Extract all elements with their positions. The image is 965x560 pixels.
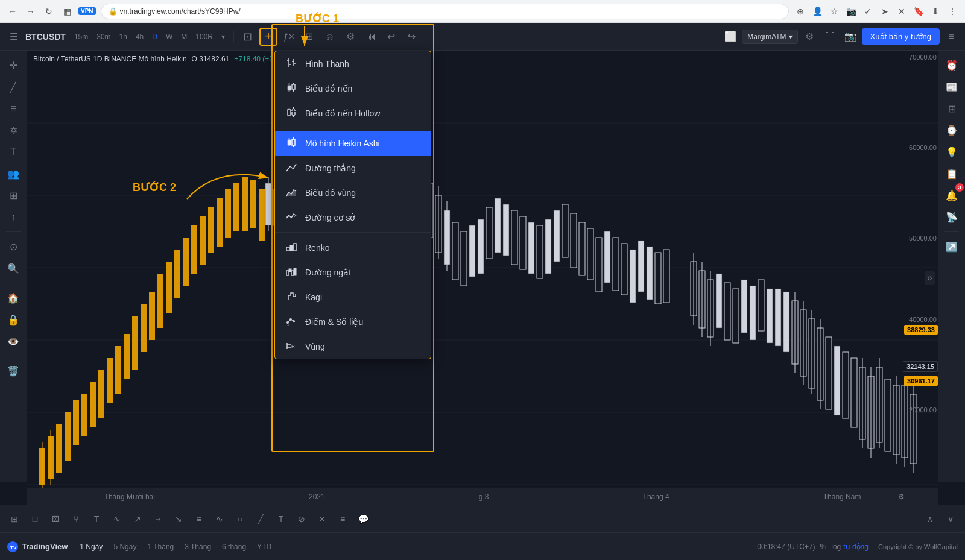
- measure-tool[interactable]: ⊞: [4, 186, 23, 205]
- clock-tool[interactable]: ⏰: [942, 55, 961, 75]
- fullscreen-button[interactable]: ⛶: [821, 28, 839, 46]
- channel-tool[interactable]: ≡: [4, 99, 23, 118]
- auto-chart-button[interactable]: ⚙: [341, 28, 359, 46]
- period-1day[interactable]: 1 Ngày: [75, 541, 107, 553]
- undo-button[interactable]: ↩: [382, 28, 400, 46]
- tf-30m[interactable]: 30m: [93, 31, 114, 43]
- tf-4h[interactable]: 4h: [132, 31, 147, 43]
- tf-dropdown[interactable]: ▾: [218, 31, 229, 43]
- settings-button[interactable]: ⚙: [800, 28, 818, 46]
- download-button[interactable]: ⬇: [929, 5, 942, 18]
- bt-group[interactable]: ⚄: [47, 511, 64, 527]
- bt-arrow-br[interactable]: ↘: [170, 511, 187, 527]
- star-button[interactable]: ☆: [827, 5, 841, 18]
- tf-M[interactable]: M: [177, 31, 191, 43]
- grid-right-tool[interactable]: ⊞: [942, 99, 961, 118]
- bt-wave[interactable]: ∿: [211, 511, 228, 527]
- margin-selector[interactable]: MargimATM ▾: [742, 30, 797, 44]
- bt-rect[interactable]: □: [27, 511, 43, 527]
- tf-100R[interactable]: 100R: [192, 31, 217, 43]
- bt-lines[interactable]: ≡: [191, 511, 207, 527]
- alerts-button[interactable]: ⍾: [321, 28, 339, 46]
- watch-tool[interactable]: ⌚: [942, 121, 961, 140]
- profile-button[interactable]: 👤: [811, 5, 824, 18]
- period-3month[interactable]: 3 Tháng: [180, 541, 216, 553]
- check-button[interactable]: ✓: [861, 5, 875, 18]
- arrow-tool[interactable]: ↑: [4, 207, 23, 227]
- tf-D[interactable]: D: [148, 31, 161, 43]
- url-bar[interactable]: 🔒 vn.tradingview.com/chart/sYC99HPw/: [101, 4, 789, 19]
- search-tool[interactable]: 🔍: [4, 259, 23, 278]
- extensions-button[interactable]: ⊕: [794, 5, 807, 18]
- bt-circle[interactable]: ○: [232, 511, 248, 527]
- close-button[interactable]: ✕: [895, 5, 908, 18]
- chart-type-button[interactable]: ⊡: [239, 28, 257, 46]
- lock-tool[interactable]: 🔒: [4, 310, 23, 329]
- menu-item-diem-so-lieu[interactable]: ✕ Điểm & Số liệu: [275, 309, 431, 334]
- send-button[interactable]: ➤: [878, 5, 891, 18]
- menu-item-duong-ngat[interactable]: Đường ngắt: [275, 260, 431, 285]
- bt-scroll-up[interactable]: ∧: [922, 511, 938, 527]
- redo-button[interactable]: ↪: [403, 28, 421, 46]
- menu-item-heikin-ashi[interactable]: Mô hình Heikin Ashi: [275, 131, 431, 156]
- tf-W[interactable]: W: [162, 31, 176, 43]
- broadcast-tool[interactable]: 📡: [942, 207, 961, 227]
- export-button[interactable]: Xuất bản ý tưởng: [862, 28, 940, 45]
- reload-button[interactable]: ↻: [42, 5, 55, 18]
- menu-item-vung[interactable]: R Vùng: [275, 334, 431, 359]
- bt-hash[interactable]: ≡: [334, 511, 351, 527]
- time-auto[interactable]: tự động: [843, 543, 868, 551]
- menu-item-bieu-do-nen[interactable]: Biểu đồ nến: [275, 76, 431, 101]
- menu-item-kagi[interactable]: Kagi: [275, 285, 431, 309]
- back-button[interactable]: ←: [6, 5, 19, 18]
- bt-text2[interactable]: T: [273, 511, 290, 527]
- watchlist-button[interactable]: ≡: [942, 28, 960, 46]
- bt-grid[interactable]: ⊞: [6, 511, 23, 527]
- snapshot-button[interactable]: 📷: [841, 28, 859, 46]
- draw-line-tool[interactable]: ╱: [4, 77, 23, 96]
- menu-item-duong-co-so[interactable]: Đường cơ sở: [275, 205, 431, 230]
- idea-tool[interactable]: 💡: [942, 142, 961, 162]
- menu-item-duong-thang[interactable]: Đường thẳng: [275, 156, 431, 180]
- bt-fork[interactable]: ⑂: [68, 511, 84, 527]
- forward-button[interactable]: →: [24, 5, 37, 18]
- bt-curve[interactable]: ∿: [109, 511, 125, 527]
- layout-button[interactable]: ⬜: [721, 28, 739, 46]
- gann-tool[interactable]: ✡: [4, 121, 23, 140]
- scroll-chevron[interactable]: »: [925, 271, 935, 285]
- menu-item-hinh-thanh[interactable]: Hình Thanh: [275, 51, 431, 76]
- zoom-tool[interactable]: ⊙: [4, 237, 23, 256]
- bt-comment[interactable]: 💬: [355, 511, 372, 527]
- delete-tool[interactable]: 🗑️: [4, 361, 23, 380]
- menu-dots-button[interactable]: ⋮: [946, 5, 959, 18]
- news-tool[interactable]: 📰: [942, 77, 961, 96]
- menu-item-bieu-do-nen-hollow[interactable]: Biểu đồ nến Hollow: [275, 101, 431, 125]
- bt-arrow-right[interactable]: →: [150, 511, 166, 527]
- bt-diagonal[interactable]: ╱: [252, 511, 269, 527]
- expand-tool[interactable]: ↗️: [942, 237, 961, 256]
- period-ytd[interactable]: YTD: [252, 541, 276, 553]
- visibility-tool[interactable]: 👁️: [4, 332, 23, 351]
- menu-item-renko[interactable]: Renko: [275, 235, 431, 260]
- rewind-button[interactable]: ⏮: [362, 28, 380, 46]
- camera-button[interactable]: 📷: [844, 5, 858, 18]
- menu-item-bieu-do-vung[interactable]: Biểu đồ vùng: [275, 180, 431, 205]
- text-tool[interactable]: T: [4, 142, 23, 162]
- bt-x[interactable]: ⊘: [293, 511, 310, 527]
- time-axis-gear[interactable]: ⚙: [898, 492, 905, 501]
- hamburger-menu-button[interactable]: ☰: [5, 28, 23, 46]
- tf-1h[interactable]: 1h: [116, 31, 131, 43]
- clipboard-tool[interactable]: 📋: [942, 164, 961, 183]
- tab-grid-button[interactable]: ▦: [60, 5, 74, 18]
- period-6month[interactable]: 6 tháng: [217, 541, 251, 553]
- tf-15m[interactable]: 15m: [71, 31, 92, 43]
- add-indicator-button[interactable]: +: [259, 28, 277, 46]
- bt-text[interactable]: T: [88, 511, 105, 527]
- bt-arrow-up[interactable]: ↗: [129, 511, 146, 527]
- bookmark-button[interactable]: 🔖: [912, 5, 925, 18]
- bt-scroll-down[interactable]: ∨: [942, 511, 959, 527]
- watchlist-side-tool[interactable]: 🏠: [4, 288, 23, 307]
- bt-cross[interactable]: ✕: [314, 511, 331, 527]
- shapes-tool[interactable]: 👥: [4, 164, 23, 183]
- period-1month[interactable]: 1 Tháng: [142, 541, 179, 553]
